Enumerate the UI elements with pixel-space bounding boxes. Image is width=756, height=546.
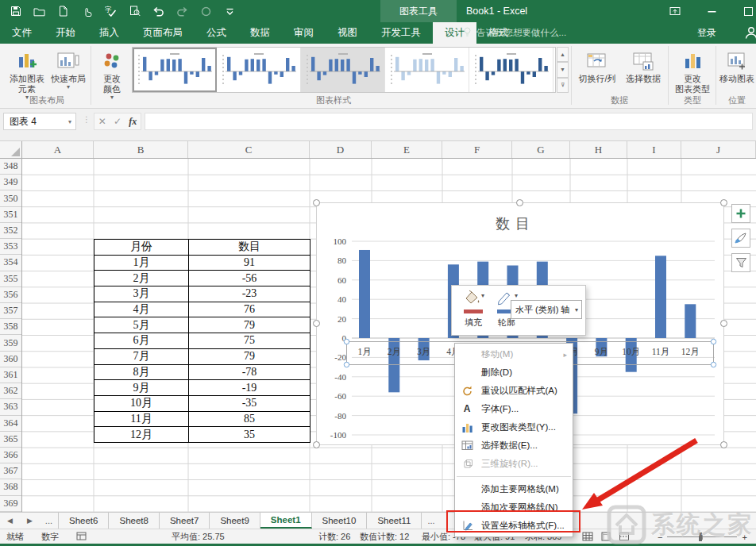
- chart-bar[interactable]: [655, 256, 666, 338]
- sheet-tabs-overflow-right[interactable]: ...: [422, 513, 440, 529]
- table-cell-month[interactable]: 12月: [94, 427, 189, 442]
- axis-selection-handle[interactable]: [711, 339, 716, 344]
- change-chart-type-button[interactable]: 更改 图表类型: [671, 46, 714, 94]
- record-macro-icon[interactable]: [76, 532, 87, 542]
- sheet-tab[interactable]: Sheet9: [210, 513, 260, 529]
- gallery-scroll-down-icon[interactable]: ▼: [557, 62, 569, 77]
- minimize-icon[interactable]: [705, 5, 718, 17]
- row-header[interactable]: 355: [0, 271, 21, 287]
- row-header[interactable]: 360: [0, 352, 21, 367]
- row-header[interactable]: 348: [0, 159, 21, 175]
- table-cell-value[interactable]: -78: [189, 365, 310, 380]
- row-header[interactable]: 352: [0, 223, 21, 239]
- row-header[interactable]: 366: [0, 448, 21, 463]
- row-header[interactable]: 358: [0, 319, 21, 335]
- sheet-tab[interactable]: Sheet6: [58, 513, 109, 529]
- chart-style-thumbnail[interactable]: [133, 48, 217, 92]
- context-menu-item[interactable]: 添加主要网格线(M): [455, 480, 573, 498]
- move-chart-button[interactable]: 移动图表: [718, 46, 756, 84]
- sign-in-button[interactable]: 登录: [697, 22, 716, 44]
- chart-handle-bottom-left[interactable]: [313, 441, 320, 448]
- column-header[interactable]: G: [512, 141, 570, 158]
- chart-bar[interactable]: [685, 304, 696, 338]
- table-cell-value[interactable]: 76: [189, 302, 310, 317]
- switch-row-column-button[interactable]: 切换行/列: [574, 46, 620, 84]
- table-cell-month[interactable]: 3月: [94, 286, 189, 302]
- chart-element-dropdown[interactable]: 水平 (类别) 轴 ▾: [511, 300, 582, 319]
- table-cell-value[interactable]: -35: [189, 396, 310, 411]
- chart-handle-bottom-right[interactable]: [720, 441, 727, 448]
- row-header[interactable]: 365: [0, 432, 21, 448]
- table-cell-month[interactable]: 11月: [94, 412, 189, 427]
- x-axis-tick-label[interactable]: 3月: [417, 347, 430, 356]
- sheet-tabs-overflow-left[interactable]: ...: [40, 513, 58, 529]
- column-header[interactable]: A: [22, 141, 94, 158]
- context-menu-item[interactable]: 重设以匹配样式(A): [455, 382, 573, 400]
- chart-elements-button[interactable]: [731, 204, 750, 223]
- x-axis-tick-label[interactable]: 11月: [652, 347, 670, 356]
- table-cell-value[interactable]: 79: [189, 349, 310, 364]
- context-menu-item[interactable]: 选择数据(E)...: [455, 436, 573, 455]
- zoom-in-button[interactable]: +: [742, 533, 746, 542]
- table-cell-value[interactable]: -19: [189, 380, 310, 395]
- ribbon-tab[interactable]: 文件: [0, 22, 44, 44]
- sheet-tab[interactable]: Sheet10: [312, 513, 368, 529]
- chart-title[interactable]: 数目: [496, 216, 535, 232]
- select-data-button[interactable]: 选择数据: [622, 46, 665, 84]
- chart-handle-middle-right[interactable]: [720, 320, 727, 327]
- column-header[interactable]: C: [188, 141, 310, 158]
- chart-style-thumbnail[interactable]: [217, 48, 301, 92]
- column-header[interactable]: B: [94, 141, 188, 158]
- table-cell-month[interactable]: 1月: [94, 256, 189, 271]
- undo-icon[interactable]: [152, 6, 164, 17]
- row-header[interactable]: 353: [0, 239, 21, 255]
- chart-handle-middle-left[interactable]: [313, 320, 320, 327]
- page-break-view-icon[interactable]: [619, 532, 630, 543]
- row-header[interactable]: 356: [0, 287, 21, 303]
- chart-style-thumbnail[interactable]: [301, 48, 385, 92]
- ribbon-display-options-icon[interactable]: [669, 5, 681, 17]
- chart-handle-top-right[interactable]: [720, 199, 727, 206]
- table-cell-month[interactable]: 2月: [94, 271, 189, 286]
- ribbon-tab[interactable]: 插入: [87, 22, 131, 44]
- gallery-scroll-up-icon[interactable]: ▲: [557, 47, 569, 62]
- sheet-tab[interactable]: Sheet7: [160, 513, 210, 529]
- chart-style-thumbnail[interactable]: [469, 48, 554, 92]
- ribbon-tab[interactable]: 开始: [44, 22, 87, 44]
- ribbon-tab[interactable]: 视图: [326, 22, 369, 44]
- axis-selection-handle[interactable]: [711, 362, 716, 367]
- row-header[interactable]: 368: [0, 479, 21, 495]
- page-layout-view-icon[interactable]: [600, 532, 611, 543]
- table-cell-value[interactable]: 75: [189, 333, 310, 348]
- print-preview-icon[interactable]: [129, 6, 141, 17]
- change-colors-button[interactable]: 更改 颜色 ▾: [94, 46, 130, 100]
- context-menu-item[interactable]: A字体(F)...: [455, 400, 573, 418]
- row-header[interactable]: 357: [0, 303, 21, 319]
- table-cell-value[interactable]: 85: [189, 412, 310, 427]
- row-header[interactable]: 354: [0, 255, 21, 271]
- row-header[interactable]: 369: [0, 496, 21, 512]
- x-axis-tick-label[interactable]: 10月: [622, 347, 640, 356]
- ribbon-tab[interactable]: 页面布局: [131, 22, 195, 44]
- sheet-tab[interactable]: Sheet1: [260, 513, 312, 529]
- axis-selection-handle[interactable]: [344, 362, 349, 367]
- column-header[interactable]: F: [442, 141, 512, 158]
- redo-icon[interactable]: [176, 6, 188, 17]
- enter-icon[interactable]: ✓: [114, 116, 122, 127]
- chart-styles-button[interactable]: [731, 229, 750, 248]
- row-header[interactable]: 359: [0, 335, 21, 351]
- ribbon-tab[interactable]: 公式: [195, 22, 238, 44]
- row-header[interactable]: 363: [0, 399, 21, 415]
- table-cell-month[interactable]: 4月: [94, 302, 189, 317]
- sheet-tab[interactable]: Sheet11: [367, 513, 422, 529]
- axis-selection-handle[interactable]: [344, 339, 349, 344]
- chart-style-thumbnail[interactable]: [385, 48, 469, 92]
- chart-handle-top-left[interactable]: [313, 199, 320, 206]
- table-cell-value[interactable]: -23: [189, 286, 310, 302]
- column-header[interactable]: H: [570, 141, 627, 158]
- x-axis-tick-label[interactable]: 1月: [357, 347, 371, 356]
- quick-layout-button[interactable]: 快速布局 ▾: [49, 46, 87, 90]
- row-header[interactable]: 367: [0, 463, 21, 479]
- save-icon[interactable]: [10, 6, 21, 17]
- table-cell-month[interactable]: 6月: [94, 333, 189, 348]
